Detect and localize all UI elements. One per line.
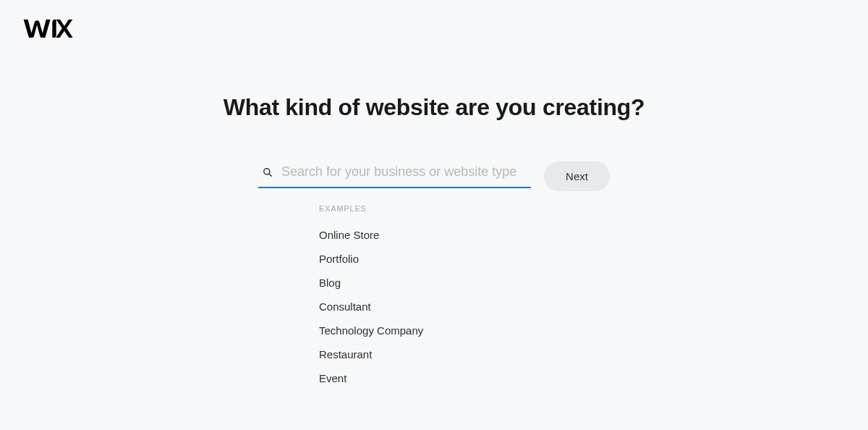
examples-label: EXAMPLES — [319, 204, 423, 213]
example-item-consultant[interactable]: Consultant — [319, 295, 423, 319]
example-item-restaurant[interactable]: Restaurant — [319, 342, 423, 366]
example-item-technology-company[interactable]: Technology Company — [319, 319, 423, 342]
example-item-blog[interactable]: Blog — [319, 271, 423, 295]
example-item-online-store[interactable]: Online Store — [319, 223, 423, 247]
svg-line-1 — [269, 174, 271, 176]
search-container — [258, 164, 531, 188]
examples-list: Online Store Portfolio Blog Consultant T… — [319, 223, 423, 390]
example-item-portfolio[interactable]: Portfolio — [319, 247, 423, 271]
next-button[interactable]: Next — [544, 161, 610, 191]
wix-logo[interactable] — [22, 19, 74, 41]
search-row: Next — [258, 161, 610, 191]
example-item-event[interactable]: Event — [319, 366, 423, 390]
search-icon — [263, 167, 273, 177]
main-content: What kind of website are you creating? N… — [181, 94, 687, 390]
website-type-search-input[interactable] — [281, 164, 531, 180]
examples-section: EXAMPLES Online Store Portfolio Blog Con… — [319, 204, 423, 390]
page-heading: What kind of website are you creating? — [224, 94, 644, 121]
